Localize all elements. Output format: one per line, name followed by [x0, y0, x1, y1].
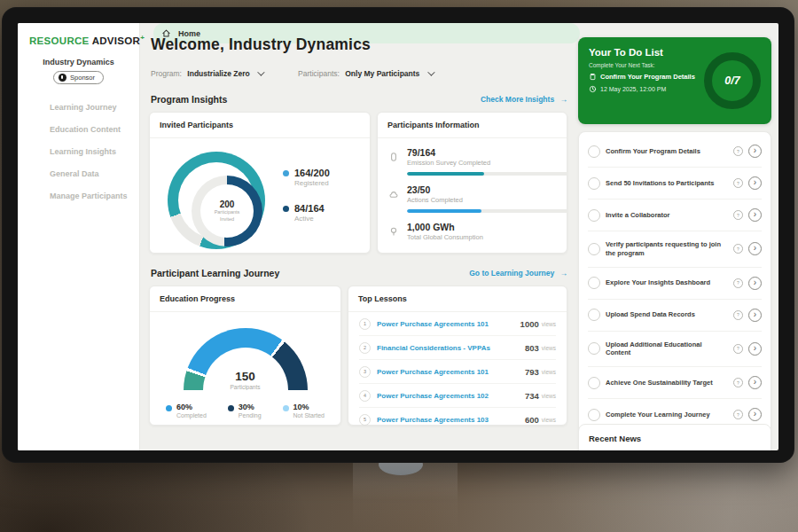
task-row-send-invitations[interactable]: Send 50 Invitations to Participants ? ›: [588, 168, 762, 200]
task-checkbox[interactable]: [588, 243, 600, 255]
sidebar-item-education-content[interactable]: Education Content: [18, 119, 139, 141]
info-icon[interactable]: ?: [733, 146, 743, 156]
task-checkbox[interactable]: [588, 309, 600, 321]
views-word: views: [542, 393, 556, 399]
task-row-invite-collaborator[interactable]: Invite a Collaborator ? ›: [588, 200, 762, 231]
task-checkbox[interactable]: [588, 209, 600, 222]
info-icon[interactable]: ?: [733, 244, 743, 254]
lesson-link[interactable]: Power Purchase Agreements 103: [377, 416, 525, 424]
legend-value: 10%: [293, 403, 325, 411]
legend-dot-pending: [228, 405, 234, 411]
gauge-center-label: Participants: [184, 384, 308, 390]
info-icon[interactable]: ?: [733, 378, 743, 387]
task-checkbox[interactable]: [588, 145, 600, 158]
section-title: Program Insights: [151, 94, 227, 105]
legend-value: 60%: [176, 403, 207, 411]
progress-track: [407, 172, 568, 176]
sidebar-item-label: Learning Journey: [50, 103, 117, 112]
task-go-button[interactable]: ›: [748, 145, 762, 158]
task-checkbox[interactable]: [588, 377, 600, 389]
program-dropdown[interactable]: Program: Industrialize Zero: [151, 69, 262, 78]
info-value: 79/164: [407, 147, 568, 158]
info-label: Emission Survey Completed: [407, 159, 568, 167]
lesson-row: 5 Power Purchase Agreements 103 600 view…: [359, 407, 556, 431]
task-checkbox[interactable]: [588, 409, 600, 421]
rank-badge: 1: [359, 318, 371, 330]
views-count: 803: [525, 343, 539, 353]
rank-badge: 3: [359, 366, 371, 378]
info-icon[interactable]: ?: [733, 278, 743, 288]
task-go-button[interactable]: ›: [748, 277, 762, 290]
info-label: Total Global Consumption: [407, 233, 483, 241]
photo-background: RESOURCE ADVISOR+ Industry Dynamics Spon…: [0, 0, 798, 532]
task-label: Verify participants requesting to join t…: [606, 240, 728, 258]
task-row-explore-insights[interactable]: Explore Your Insights Dashboard ? ›: [588, 268, 762, 300]
info-icon[interactable]: ?: [733, 410, 743, 419]
info-icon[interactable]: ?: [733, 210, 743, 220]
legend-label: Active: [294, 215, 325, 223]
lesson-link[interactable]: Power Purchase Agreements 102: [377, 392, 525, 400]
info-icon[interactable]: ?: [733, 178, 743, 188]
check-more-insights-link[interactable]: Check More Insights →: [481, 95, 567, 104]
task-go-button[interactable]: ›: [748, 242, 762, 255]
sidebar-item-learning-insights[interactable]: Learning Insights: [18, 141, 139, 163]
task-row-verify-participants[interactable]: Verify participants requesting to join t…: [588, 231, 762, 268]
chevron-right-icon: ›: [754, 410, 756, 419]
lesson-link[interactable]: Financial Considerations - VPPAs: [377, 344, 525, 352]
org-name: Industry Dynamics: [18, 58, 139, 66]
filters-row: Program: Industrialize Zero Participants…: [151, 69, 433, 78]
task-go-button[interactable]: ›: [748, 208, 762, 222]
task-go-button[interactable]: ›: [748, 376, 762, 389]
participants-information-card: Participants Information 79/164 Emission…: [377, 112, 567, 254]
task-go-button[interactable]: ›: [748, 342, 762, 356]
task-row-achieve-target[interactable]: Achieve One Sustainability Target ? ›: [588, 367, 762, 399]
lesson-link[interactable]: Power Purchase Agreements 101: [377, 368, 525, 376]
views-count: 1000: [520, 319, 539, 329]
legend-dot-registered: [283, 170, 289, 176]
info-icon[interactable]: ?: [733, 344, 743, 354]
sidebar-item-learning-journey[interactable]: Learning Journey: [18, 97, 139, 119]
info-icon[interactable]: ?: [733, 310, 743, 320]
invited-participants-card: Invited Participants 200 Participants In…: [149, 112, 371, 254]
donut-legend: 164/200 Registered 84/164 Active: [283, 168, 330, 239]
info-row-emission: 79/164 Emission Survey Completed: [378, 138, 567, 176]
task-go-button[interactable]: ›: [748, 408, 762, 421]
views-count: 793: [525, 367, 539, 377]
task-checkbox[interactable]: [588, 177, 600, 190]
link-label: Go to Learning Journey: [469, 269, 554, 278]
rank-badge: 2: [359, 342, 371, 354]
learning-journey-header: Participant Learning Journey Go to Learn…: [151, 268, 567, 278]
legend-value: 84/164: [294, 203, 325, 214]
sponsor-badge-icon: [59, 74, 66, 82]
task-go-button[interactable]: ›: [748, 176, 762, 190]
legend-item: 84/164 Active: [283, 203, 330, 223]
participants-dropdown[interactable]: Participants: Only My Participants: [298, 69, 433, 78]
todo-next-task: Confirm Your Program Details: [600, 73, 695, 81]
sidebar-item-manage-participants[interactable]: Manage Participants: [18, 185, 139, 207]
rank-badge: 5: [359, 414, 371, 426]
info-label: Actions Completed: [407, 196, 568, 204]
task-row-confirm-program[interactable]: Confirm Your Program Details ? ›: [588, 136, 762, 168]
invited-donut-chart: 200 Participants Invited: [168, 152, 265, 249]
sponsor-badge[interactable]: Sponsor: [53, 71, 104, 84]
sidebar-item-general-data[interactable]: General Data: [18, 163, 139, 185]
participants-label: Participants:: [298, 69, 340, 78]
actions-cloud-icon: [388, 189, 399, 200]
task-row-upload-educational-content[interactable]: Upload Additional Educational Content ? …: [588, 332, 762, 368]
survey-capsule-icon: [388, 152, 399, 162]
card-title: Invited Participants: [150, 113, 370, 138]
page-title: Welcome, Industry Dynamics: [151, 35, 371, 54]
task-checkbox[interactable]: [588, 342, 600, 355]
lesson-row: 2 Financial Considerations - VPPAs 803 v…: [359, 335, 556, 359]
task-checkbox[interactable]: [588, 277, 600, 289]
task-row-upload-spend-data[interactable]: Upload Spend Data Records ? ›: [588, 300, 762, 332]
task-label: Upload Spend Data Records: [606, 310, 728, 319]
arrow-right-icon: →: [560, 95, 568, 104]
go-to-learning-journey-link[interactable]: Go to Learning Journey →: [469, 269, 567, 278]
todo-panel: Your To Do List Complete Your Next Task:…: [578, 23, 771, 450]
card-title: Participants Information: [378, 113, 567, 138]
lesson-link[interactable]: Power Purchase Agreements 101: [377, 320, 520, 328]
info-value: 23/50: [407, 184, 568, 195]
chevron-right-icon: ›: [754, 146, 756, 155]
task-go-button[interactable]: ›: [748, 309, 762, 322]
